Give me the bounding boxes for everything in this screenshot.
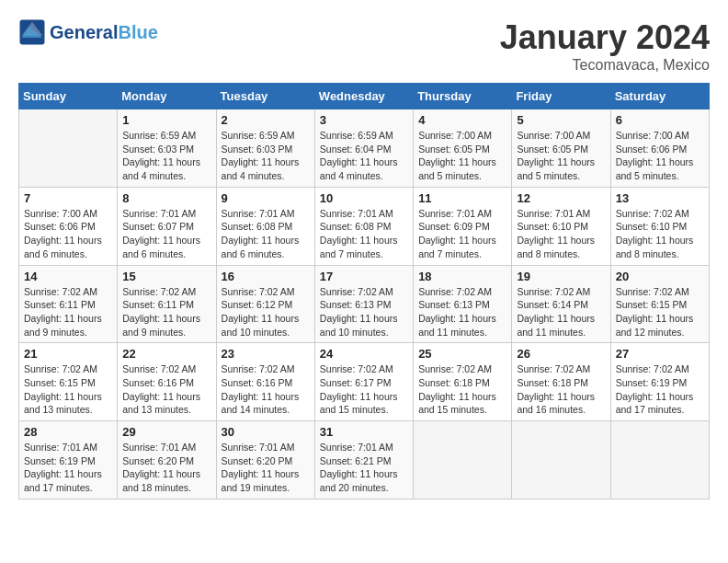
- day-number: 13: [616, 191, 704, 205]
- calendar-body: 1Sunrise: 6:59 AMSunset: 6:03 PMDaylight…: [19, 109, 710, 500]
- day-cell: 11Sunrise: 7:01 AMSunset: 6:09 PMDayligh…: [414, 187, 512, 265]
- day-number: 17: [320, 270, 408, 283]
- logo-text: GeneralBlue: [50, 22, 158, 43]
- day-info: Sunrise: 7:02 AMSunset: 6:12 PMDaylight:…: [222, 285, 310, 339]
- day-number: 31: [320, 425, 408, 439]
- day-info: Sunrise: 7:02 AMSunset: 6:11 PMDaylight:…: [122, 285, 210, 339]
- day-cell: 14Sunrise: 7:02 AMSunset: 6:11 PMDayligh…: [19, 265, 118, 343]
- day-cell: 26Sunrise: 7:02 AMSunset: 6:18 PMDayligh…: [512, 343, 610, 421]
- calendar-title: January 2024: [500, 18, 710, 57]
- day-cell: 9Sunrise: 7:01 AMSunset: 6:08 PMDaylight…: [216, 187, 314, 265]
- day-cell: 19Sunrise: 7:02 AMSunset: 6:14 PMDayligh…: [512, 265, 610, 343]
- day-cell: [414, 421, 512, 500]
- logo-icon: [18, 18, 46, 46]
- day-number: 16: [222, 270, 310, 283]
- day-number: 20: [616, 270, 704, 283]
- day-cell: 13Sunrise: 7:02 AMSunset: 6:10 PMDayligh…: [610, 187, 709, 265]
- day-number: 19: [517, 270, 605, 283]
- day-cell: 30Sunrise: 7:01 AMSunset: 6:20 PMDayligh…: [216, 421, 314, 500]
- day-info: Sunrise: 7:00 AMSunset: 6:05 PMDaylight:…: [517, 129, 605, 183]
- calendar-subtitle: Tecomavaca, Mexico: [500, 57, 710, 74]
- day-info: Sunrise: 7:00 AMSunset: 6:06 PMDaylight:…: [616, 129, 704, 183]
- week-row-1: 1Sunrise: 6:59 AMSunset: 6:03 PMDaylight…: [19, 109, 710, 188]
- day-number: 1: [122, 113, 210, 127]
- day-cell: 5Sunrise: 7:00 AMSunset: 6:05 PMDaylight…: [512, 109, 610, 188]
- day-info: Sunrise: 7:01 AMSunset: 6:07 PMDaylight:…: [122, 207, 210, 261]
- day-info: Sunrise: 7:01 AMSunset: 6:20 PMDaylight:…: [222, 441, 310, 495]
- day-info: Sunrise: 7:01 AMSunset: 6:20 PMDaylight:…: [122, 441, 210, 495]
- dow-cell-sunday: Sunday: [19, 84, 118, 109]
- day-info: Sunrise: 7:02 AMSunset: 6:14 PMDaylight:…: [517, 285, 605, 339]
- logo: GeneralBlue: [18, 18, 158, 46]
- day-cell: 21Sunrise: 7:02 AMSunset: 6:15 PMDayligh…: [19, 343, 118, 421]
- day-info: Sunrise: 7:01 AMSunset: 6:09 PMDaylight:…: [418, 207, 506, 261]
- day-number: 22: [122, 347, 210, 361]
- week-row-4: 21Sunrise: 7:02 AMSunset: 6:15 PMDayligh…: [19, 343, 710, 421]
- day-number: 18: [418, 270, 506, 283]
- day-cell: 15Sunrise: 7:02 AMSunset: 6:11 PMDayligh…: [118, 265, 216, 343]
- day-number: 11: [418, 191, 506, 205]
- day-cell: 1Sunrise: 6:59 AMSunset: 6:03 PMDaylight…: [118, 109, 216, 188]
- day-number: 29: [122, 425, 210, 439]
- day-number: 23: [222, 347, 310, 361]
- day-info: Sunrise: 6:59 AMSunset: 6:03 PMDaylight:…: [222, 129, 310, 183]
- day-cell: 28Sunrise: 7:01 AMSunset: 6:19 PMDayligh…: [19, 421, 118, 500]
- day-info: Sunrise: 7:02 AMSunset: 6:19 PMDaylight:…: [616, 362, 704, 417]
- day-cell: 29Sunrise: 7:01 AMSunset: 6:20 PMDayligh…: [118, 421, 216, 500]
- day-cell: 27Sunrise: 7:02 AMSunset: 6:19 PMDayligh…: [610, 343, 709, 421]
- day-cell: 12Sunrise: 7:01 AMSunset: 6:10 PMDayligh…: [512, 187, 610, 265]
- day-info: Sunrise: 6:59 AMSunset: 6:03 PMDaylight:…: [122, 129, 210, 183]
- day-info: Sunrise: 7:02 AMSunset: 6:15 PMDaylight:…: [24, 362, 112, 417]
- day-cell: [19, 109, 118, 188]
- day-info: Sunrise: 7:02 AMSunset: 6:18 PMDaylight:…: [418, 362, 506, 417]
- day-cell: 22Sunrise: 7:02 AMSunset: 6:16 PMDayligh…: [118, 343, 216, 421]
- week-row-2: 7Sunrise: 7:00 AMSunset: 6:06 PMDaylight…: [19, 187, 710, 265]
- day-info: Sunrise: 7:01 AMSunset: 6:08 PMDaylight:…: [320, 207, 408, 261]
- calendar-table: SundayMondayTuesdayWednesdayThursdayFrid…: [18, 83, 710, 500]
- day-info: Sunrise: 7:01 AMSunset: 6:21 PMDaylight:…: [320, 441, 408, 495]
- day-cell: 31Sunrise: 7:01 AMSunset: 6:21 PMDayligh…: [314, 421, 413, 500]
- day-cell: [610, 421, 709, 500]
- dow-cell-friday: Friday: [512, 84, 610, 109]
- day-info: Sunrise: 6:59 AMSunset: 6:04 PMDaylight:…: [320, 129, 408, 183]
- day-info: Sunrise: 7:02 AMSunset: 6:16 PMDaylight:…: [122, 362, 210, 417]
- day-info: Sunrise: 7:01 AMSunset: 6:08 PMDaylight:…: [222, 207, 310, 261]
- day-number: 25: [418, 347, 506, 361]
- day-info: Sunrise: 7:02 AMSunset: 6:16 PMDaylight:…: [222, 362, 310, 417]
- day-cell: 10Sunrise: 7:01 AMSunset: 6:08 PMDayligh…: [314, 187, 413, 265]
- day-cell: 2Sunrise: 6:59 AMSunset: 6:03 PMDaylight…: [216, 109, 314, 188]
- day-number: 8: [122, 191, 210, 205]
- day-cell: 24Sunrise: 7:02 AMSunset: 6:17 PMDayligh…: [314, 343, 413, 421]
- day-cell: 20Sunrise: 7:02 AMSunset: 6:15 PMDayligh…: [610, 265, 709, 343]
- day-info: Sunrise: 7:02 AMSunset: 6:13 PMDaylight:…: [320, 285, 408, 339]
- day-number: 27: [616, 347, 704, 361]
- week-row-3: 14Sunrise: 7:02 AMSunset: 6:11 PMDayligh…: [19, 265, 710, 343]
- day-number: 7: [24, 191, 112, 205]
- day-cell: 4Sunrise: 7:00 AMSunset: 6:05 PMDaylight…: [414, 109, 512, 188]
- day-info: Sunrise: 7:02 AMSunset: 6:18 PMDaylight:…: [517, 362, 605, 417]
- day-number: 6: [616, 113, 704, 127]
- week-row-5: 28Sunrise: 7:01 AMSunset: 6:19 PMDayligh…: [19, 421, 710, 500]
- day-info: Sunrise: 7:02 AMSunset: 6:15 PMDaylight:…: [616, 285, 704, 339]
- day-number: 2: [222, 113, 310, 127]
- day-number: 4: [418, 113, 506, 127]
- dow-cell-tuesday: Tuesday: [216, 84, 314, 109]
- dow-cell-thursday: Thursday: [414, 84, 512, 109]
- day-cell: 7Sunrise: 7:00 AMSunset: 6:06 PMDaylight…: [19, 187, 118, 265]
- day-info: Sunrise: 7:01 AMSunset: 6:19 PMDaylight:…: [24, 441, 112, 495]
- day-info: Sunrise: 7:00 AMSunset: 6:05 PMDaylight:…: [418, 129, 506, 183]
- dow-cell-saturday: Saturday: [610, 84, 709, 109]
- dow-cell-monday: Monday: [118, 84, 216, 109]
- day-number: 10: [320, 191, 408, 205]
- days-of-week-header: SundayMondayTuesdayWednesdayThursdayFrid…: [19, 84, 710, 109]
- day-info: Sunrise: 7:02 AMSunset: 6:10 PMDaylight:…: [616, 207, 704, 261]
- day-number: 14: [24, 270, 112, 283]
- day-info: Sunrise: 7:02 AMSunset: 6:13 PMDaylight:…: [418, 285, 506, 339]
- day-cell: 25Sunrise: 7:02 AMSunset: 6:18 PMDayligh…: [414, 343, 512, 421]
- day-number: 28: [24, 425, 112, 439]
- day-number: 30: [222, 425, 310, 439]
- day-cell: [512, 421, 610, 500]
- day-cell: 6Sunrise: 7:00 AMSunset: 6:06 PMDaylight…: [610, 109, 709, 188]
- day-info: Sunrise: 7:01 AMSunset: 6:10 PMDaylight:…: [517, 207, 605, 261]
- day-number: 24: [320, 347, 408, 361]
